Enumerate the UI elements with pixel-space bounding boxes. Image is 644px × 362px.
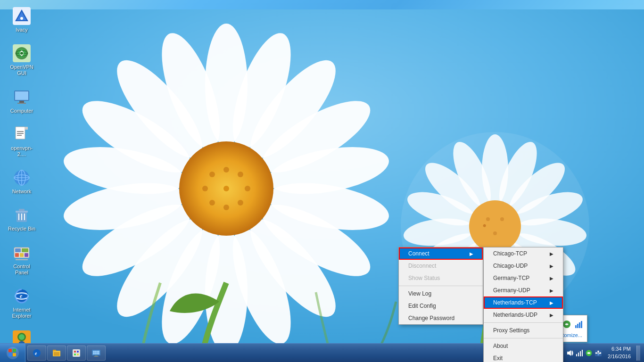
svg-point-99 xyxy=(7,347,19,359)
svg-rect-125 xyxy=(580,351,581,356)
taskbar-item-ie[interactable]: e xyxy=(27,346,46,361)
openvpn-gui-label: OpenVPN GUI xyxy=(7,64,37,76)
ie-label: Internet Explorer xyxy=(7,307,37,319)
svg-point-112 xyxy=(77,351,79,353)
context-menu: Connect ▶ Disconnect Show Status View Lo… xyxy=(398,247,483,325)
taskbar-items: e xyxy=(25,344,539,362)
tray-network2-icon[interactable] xyxy=(594,349,602,357)
submenu-item-chicago-udp[interactable]: Chicago-UDP ▶ xyxy=(484,260,563,272)
desktop-icon-ie[interactable]: e Internet Explorer xyxy=(5,285,39,321)
netherlands-tcp-arrow: ▶ xyxy=(550,300,553,305)
svg-rect-61 xyxy=(15,91,28,100)
taskbar-item-remote[interactable] xyxy=(87,346,106,361)
desktop-icons-container: Ivacy OpenVPN GUI xyxy=(5,5,39,358)
desktop-icon-recycle-bin[interactable]: Recycle Bin xyxy=(5,204,39,234)
svg-rect-97 xyxy=(579,322,580,328)
ctx-menu-separator-1 xyxy=(399,286,483,286)
svg-rect-126 xyxy=(582,350,583,356)
svg-rect-108 xyxy=(54,353,59,354)
svg-point-27 xyxy=(238,200,243,206)
taskbar-item-explorer[interactable] xyxy=(47,346,66,361)
recycle-bin-label: Recycle Bin xyxy=(8,226,35,232)
desktop-icon-openvpn-file[interactable]: openvpn-2.... xyxy=(5,123,39,159)
clock[interactable]: 6:34 PM 2/16/2016 xyxy=(604,346,635,360)
svg-rect-103 xyxy=(13,353,16,356)
tray-network-icon[interactable] xyxy=(576,349,583,357)
svg-rect-100 xyxy=(8,349,12,352)
svg-point-20 xyxy=(209,172,215,177)
svg-point-113 xyxy=(74,354,76,355)
svg-rect-83 xyxy=(22,248,28,252)
desktop-icon-ivacy[interactable]: Ivacy xyxy=(5,5,39,35)
submenu-item-netherlands-udp[interactable]: Netherlands-UDP ▶ xyxy=(484,309,563,321)
desktop-icon-openvpn-gui[interactable]: OpenVPN GUI xyxy=(5,42,39,78)
svg-rect-117 xyxy=(95,355,98,356)
svg-text:e: e xyxy=(20,293,23,299)
svg-text:e: e xyxy=(35,351,37,356)
svg-point-53 xyxy=(20,17,23,20)
ctx-menu-item-view-log[interactable]: View Log xyxy=(399,288,483,300)
svg-point-26 xyxy=(223,205,229,210)
computer-label: Computer xyxy=(10,108,33,114)
desktop: Ivacy OpenVPN GUI xyxy=(0,0,644,362)
svg-point-28 xyxy=(223,186,229,191)
svg-rect-82 xyxy=(15,248,21,252)
svg-rect-107 xyxy=(53,350,56,351)
taskbar-item-paint[interactable] xyxy=(67,346,86,361)
svg-rect-109 xyxy=(54,354,59,355)
ctx-menu-item-edit-config[interactable]: Edit Config xyxy=(399,300,483,312)
control-panel-label: Control Panel xyxy=(7,263,37,276)
desktop-icon-computer[interactable]: Computer xyxy=(5,86,39,116)
svg-rect-98 xyxy=(581,321,582,328)
desktop-icon-control-panel[interactable]: Control Panel xyxy=(5,241,39,278)
submenu-item-proxy-settings[interactable]: Proxy Settings xyxy=(484,324,563,337)
svg-rect-77 xyxy=(19,209,25,211)
chicago-udp-arrow: ▶ xyxy=(550,263,553,269)
submenu-separator-1 xyxy=(484,322,563,323)
tray-vpn-icon[interactable] xyxy=(585,349,593,357)
submenu-item-chicago-tcp[interactable]: Chicago-TCP ▶ xyxy=(484,247,563,260)
svg-rect-96 xyxy=(577,324,578,328)
submenu-item-germany-udp[interactable]: Germany-UDP ▶ xyxy=(484,284,563,296)
svg-point-111 xyxy=(74,351,76,353)
ivacy-label: Ivacy xyxy=(16,27,28,33)
submenu-item-netherlands-tcp[interactable]: Netherlands-TCP ▶ xyxy=(484,296,563,309)
ctx-menu-item-change-password[interactable]: Change Password xyxy=(399,312,483,324)
chicago-tcp-arrow: ▶ xyxy=(550,251,553,256)
ie-icon: e xyxy=(12,287,31,305)
svg-point-135 xyxy=(597,354,599,355)
svg-rect-66 xyxy=(25,127,28,130)
svg-rect-67 xyxy=(17,131,24,132)
svg-point-22 xyxy=(238,172,243,177)
openvpn-file-icon xyxy=(12,125,31,144)
svg-rect-63 xyxy=(17,103,26,104)
submenu-item-exit[interactable]: Exit xyxy=(484,352,563,362)
volume-icon[interactable] xyxy=(566,349,574,357)
svg-point-24 xyxy=(245,186,250,191)
svg-rect-87 xyxy=(16,259,28,260)
svg-point-130 xyxy=(595,352,597,354)
germany-udp-arrow: ▶ xyxy=(550,288,553,293)
control-panel-icon xyxy=(12,243,31,262)
desktop-icon-network[interactable]: Network xyxy=(5,166,39,197)
svg-rect-86 xyxy=(25,253,28,257)
ctx-menu-item-connect[interactable]: Connect ▶ xyxy=(399,247,483,260)
svg-rect-124 xyxy=(578,353,579,356)
netherlands-udp-arrow: ▶ xyxy=(550,313,553,318)
svg-rect-62 xyxy=(19,101,24,103)
svg-point-114 xyxy=(77,354,79,355)
svg-rect-95 xyxy=(575,325,577,328)
submenu-item-about[interactable]: About xyxy=(484,340,563,352)
svg-point-93 xyxy=(19,334,25,340)
network-tray-icon[interactable] xyxy=(575,321,582,328)
submenu-item-germany-tcp[interactable]: Germany-TCP ▶ xyxy=(484,272,563,284)
show-desktop-button[interactable] xyxy=(636,346,640,361)
svg-rect-123 xyxy=(576,354,577,356)
svg-rect-110 xyxy=(73,349,80,357)
start-button[interactable] xyxy=(0,344,25,362)
svg-rect-118 xyxy=(94,356,99,357)
ctx-menu-item-show-status: Show Status xyxy=(399,272,483,284)
svg-rect-84 xyxy=(15,253,19,257)
germany-tcp-arrow: ▶ xyxy=(550,276,553,281)
openvpn-gui-icon xyxy=(12,44,31,63)
